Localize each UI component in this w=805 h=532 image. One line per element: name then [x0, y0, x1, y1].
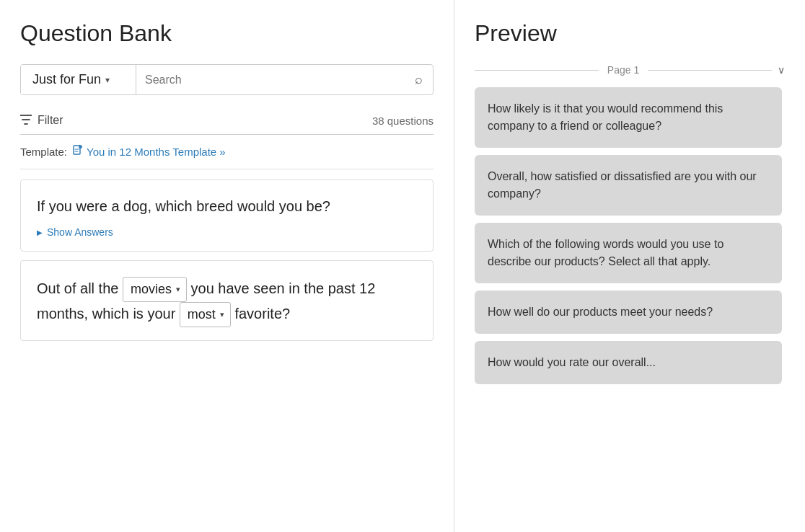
filter-icon [20, 115, 32, 127]
page-title: Question Bank [20, 20, 434, 47]
page-label: Page 1 [599, 64, 648, 76]
inline-dropdown-movies-value: movies [131, 279, 172, 300]
preview-question-text-5: How would you rate our overall... [488, 354, 769, 371]
search-bar: Just for Fun ▾ ⌕ [20, 64, 434, 95]
search-input-wrapper [136, 65, 406, 94]
inline-dropdown-movies[interactable]: movies ▾ [123, 277, 187, 302]
category-label: Just for Fun [32, 72, 101, 87]
page-line-left [475, 70, 599, 71]
search-icon-wrapper: ⌕ [406, 65, 433, 94]
question-count: 38 questions [372, 115, 434, 127]
show-answers-button[interactable]: ▶ Show Answers [37, 226, 113, 238]
question-card-2: Out of all the movies ▾ you have seen in… [20, 260, 434, 341]
inline-dropdown-movies-arrow: ▾ [176, 283, 180, 296]
filter-button[interactable]: Filter [20, 114, 63, 127]
category-dropdown[interactable]: Just for Fun ▾ [21, 65, 136, 94]
preview-question-5: How would you rate our overall... [475, 341, 782, 384]
preview-question-2: Overall, how satisfied or dissatisfied a… [475, 155, 782, 216]
search-input[interactable] [145, 74, 397, 87]
template-link[interactable]: You in 12 Months Template » [73, 145, 226, 159]
question-card-1: If you were a dog, which breed would you… [20, 179, 434, 252]
page-chevron-icon[interactable]: ∨ [778, 64, 785, 76]
inline-dropdown-most-arrow: ▾ [220, 309, 224, 322]
preview-question-text-1: How likely is it that you would recommen… [488, 100, 769, 135]
preview-question-1: How likely is it that you would recommen… [475, 87, 782, 148]
preview-question-text-4: How well do our products meet your needs… [488, 303, 769, 321]
preview-questions-list: How likely is it that you would recommen… [475, 87, 785, 532]
show-answers-arrow-icon: ▶ [37, 229, 43, 236]
question-text-1: If you were a dog, which breed would you… [37, 196, 417, 216]
category-dropdown-arrow: ▾ [105, 75, 110, 85]
inline-dropdown-most[interactable]: most ▾ [180, 302, 231, 327]
inline-dropdown-most-value: most [188, 304, 216, 325]
preview-question-text-3: Which of the following words would you u… [488, 236, 769, 270]
page-line-right [648, 70, 772, 71]
right-panel: Preview Page 1 ∨ How likely is it that y… [454, 0, 805, 532]
question-inline-2: Out of all the movies ▾ you have seen in… [37, 277, 417, 327]
page-indicator: Page 1 ∨ [475, 64, 785, 76]
preview-question-text-2: Overall, how satisfied or dissatisfied a… [488, 168, 769, 203]
template-link-text: You in 12 Months Template » [87, 146, 226, 158]
template-row: Template: You in 12 Months Template » [20, 145, 434, 169]
inline-text-1: Out of all the [37, 280, 123, 296]
inline-text-3: favorite? [234, 306, 290, 322]
left-panel: Question Bank Just for Fun ▾ ⌕ Filter 38… [0, 0, 454, 532]
template-prefix: Template: [20, 146, 67, 158]
preview-title: Preview [475, 20, 785, 47]
search-icon[interactable]: ⌕ [415, 72, 423, 87]
preview-question-4: How well do our products meet your needs… [475, 291, 782, 334]
questions-list: If you were a dog, which breed would you… [20, 179, 434, 532]
show-answers-label: Show Answers [47, 226, 113, 238]
preview-question-3: Which of the following words would you u… [475, 223, 782, 283]
template-doc-icon [73, 145, 83, 159]
filter-row: Filter 38 questions [20, 107, 434, 135]
filter-label: Filter [38, 114, 63, 127]
